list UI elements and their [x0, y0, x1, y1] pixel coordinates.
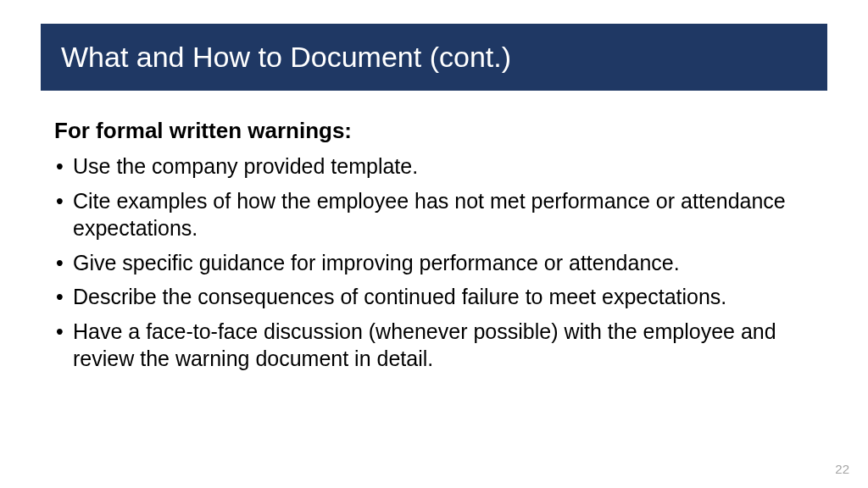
list-item: Cite examples of how the employee has no…	[54, 187, 814, 242]
slide-header: What and How to Document (cont.)	[41, 24, 827, 91]
list-item: Give specific guidance for improving per…	[54, 249, 814, 277]
list-item: Have a face-to-face discussion (whenever…	[54, 318, 814, 373]
list-item: Describe the consequences of continued f…	[54, 283, 814, 311]
list-item: Use the company provided template.	[54, 152, 814, 180]
slide-title: What and How to Document (cont.)	[61, 41, 807, 74]
subheading: For formal written warnings:	[54, 118, 814, 144]
bullet-list: Use the company provided template. Cite …	[54, 152, 814, 373]
slide-content: For formal written warnings: Use the com…	[0, 91, 868, 373]
page-number: 22	[835, 462, 849, 476]
